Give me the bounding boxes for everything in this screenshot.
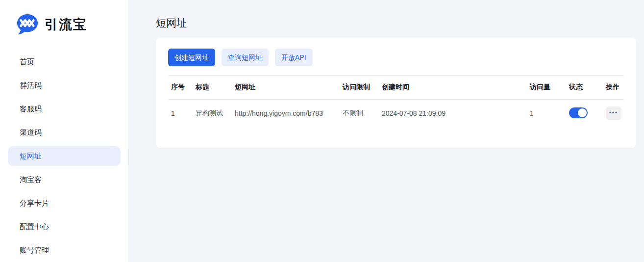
shorturl-table: 序号 标题 短网址 访问限制 创建时间 访问量 状态 操作 1 异构测试 htt… bbox=[168, 75, 624, 127]
col-header-title: 标题 bbox=[193, 76, 232, 100]
sidebar-item-service-code[interactable]: 客服码 bbox=[8, 99, 121, 119]
sidebar-item-share-card[interactable]: 分享卡片 bbox=[8, 193, 121, 213]
cell-actions: ••• bbox=[603, 100, 624, 128]
col-header-short-url: 短网址 bbox=[232, 76, 340, 100]
main-content: 短网址 创建短网址 查询短网址 开放API 序号 标题 短网址 访问限制 创建时… bbox=[129, 0, 644, 262]
table-row: 1 异构测试 http://hong.yigoym.com/b783 不限制 2… bbox=[168, 100, 624, 128]
cell-status bbox=[566, 100, 603, 128]
sidebar-nav: 首页 群活码 客服码 渠道码 短网址 淘宝客 分享卡片 配置中心 账号管理 bbox=[0, 52, 128, 260]
sidebar-item-config-center[interactable]: 配置中心 bbox=[8, 217, 121, 236]
create-shorturl-button[interactable]: 创建短网址 bbox=[168, 49, 215, 66]
sidebar-item-home[interactable]: 首页 bbox=[8, 52, 121, 72]
sidebar-item-group-code[interactable]: 群活码 bbox=[8, 76, 121, 95]
sidebar-item-account-mgmt[interactable]: 账号管理 bbox=[8, 240, 121, 260]
toolbar: 创建短网址 查询短网址 开放API bbox=[168, 49, 624, 66]
cell-index: 1 bbox=[168, 100, 193, 128]
sidebar-item-taobaoke[interactable]: 淘宝客 bbox=[8, 170, 121, 189]
col-header-created-at: 创建时间 bbox=[379, 76, 527, 100]
cell-title: 异构测试 bbox=[193, 100, 232, 128]
cell-visits: 1 bbox=[527, 100, 566, 128]
query-shorturl-button[interactable]: 查询短网址 bbox=[222, 49, 269, 66]
sidebar-item-short-url[interactable]: 短网址 bbox=[8, 146, 121, 166]
chat-bubble-double-x-icon bbox=[16, 13, 39, 36]
col-header-actions: 操作 bbox=[603, 76, 624, 100]
status-toggle[interactable] bbox=[569, 107, 588, 118]
cell-created-at: 2024-07-08 21:09:09 bbox=[379, 100, 527, 128]
cell-short-url: http://hong.yigoym.com/b783 bbox=[232, 100, 340, 128]
table-header-row: 序号 标题 短网址 访问限制 创建时间 访问量 状态 操作 bbox=[168, 76, 624, 100]
sidebar: 引流宝 首页 群活码 客服码 渠道码 短网址 淘宝客 分享卡片 配置中心 账号管… bbox=[0, 0, 129, 262]
col-header-visits: 访问量 bbox=[527, 76, 566, 100]
app-logo: 引流宝 bbox=[0, 0, 128, 35]
col-header-access-limit: 访问限制 bbox=[340, 76, 379, 100]
more-actions-button[interactable]: ••• bbox=[606, 106, 621, 120]
open-api-button[interactable]: 开放API bbox=[275, 49, 313, 66]
sidebar-item-channel-code[interactable]: 渠道码 bbox=[8, 123, 121, 142]
col-header-status: 状态 bbox=[566, 76, 603, 100]
col-header-index: 序号 bbox=[168, 76, 193, 100]
page-title: 短网址 bbox=[156, 17, 636, 29]
more-actions-icon: ••• bbox=[609, 110, 619, 116]
content-card: 创建短网址 查询短网址 开放API 序号 标题 短网址 访问限制 创建时间 访问… bbox=[156, 38, 636, 148]
toggle-knob bbox=[578, 108, 587, 117]
cell-access-limit: 不限制 bbox=[340, 100, 379, 128]
app-name: 引流宝 bbox=[45, 18, 87, 31]
